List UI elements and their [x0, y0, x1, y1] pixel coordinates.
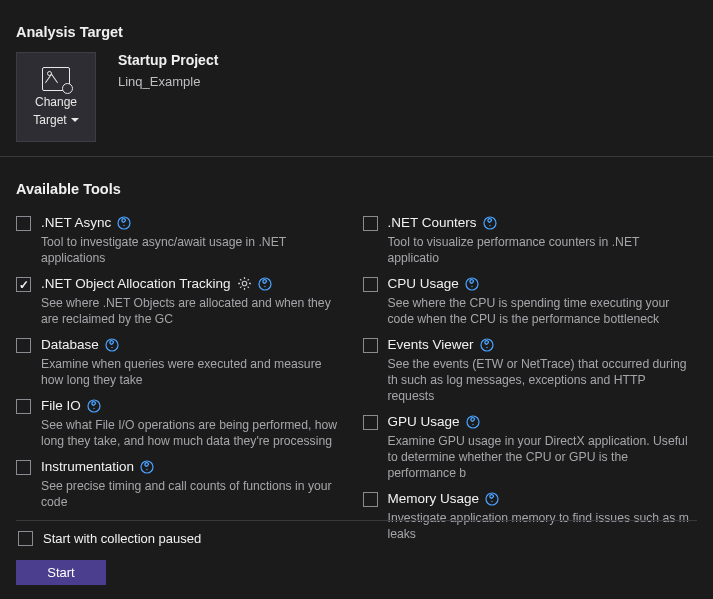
tool-checkbox-net-object-allocation-tracking[interactable] [16, 277, 31, 292]
start-paused-checkbox[interactable] [18, 531, 33, 546]
change-target-button[interactable]: Change Target [16, 52, 96, 142]
change-target-label-line1: Change [35, 95, 77, 109]
gear-icon[interactable] [237, 276, 252, 291]
tool-desc-file-io: See what File I/O operations are being p… [41, 417, 351, 449]
chevron-down-icon [71, 118, 79, 122]
tool-checkbox-memory-usage[interactable] [363, 492, 378, 507]
tool-checkbox-cpu-usage[interactable] [363, 277, 378, 292]
tool-title-events-viewer: Events Viewer [388, 337, 474, 352]
start-paused-label: Start with collection paused [43, 531, 201, 546]
info-icon[interactable] [466, 415, 480, 429]
target-project: Linq_Example [118, 74, 218, 89]
info-icon[interactable] [465, 277, 479, 291]
target-image-icon [42, 67, 70, 91]
tool-desc-net-async: Tool to investigate async/await usage in… [41, 234, 351, 266]
tool-net-async: .NET AsyncTool to investigate async/awai… [16, 209, 351, 270]
tool-title-database: Database [41, 337, 99, 352]
tool-title-net-async: .NET Async [41, 215, 111, 230]
tool-checkbox-net-counters[interactable] [363, 216, 378, 231]
tool-checkbox-net-async[interactable] [16, 216, 31, 231]
info-icon[interactable] [87, 399, 101, 413]
tool-checkbox-file-io[interactable] [16, 399, 31, 414]
info-icon[interactable] [480, 338, 494, 352]
info-icon[interactable] [140, 460, 154, 474]
tool-checkbox-database[interactable] [16, 338, 31, 353]
bottom-bar: Start with collection paused Start [0, 506, 713, 599]
tool-desc-net-counters: Tool to visualize performance counters i… [388, 234, 698, 266]
tool-title-file-io: File IO [41, 398, 81, 413]
start-button[interactable]: Start [16, 560, 106, 585]
tool-checkbox-events-viewer[interactable] [363, 338, 378, 353]
analysis-target-section: Analysis Target Change Target Startup Pr… [0, 0, 713, 142]
target-name: Startup Project [118, 52, 218, 68]
change-target-label-line2: Target [33, 113, 66, 127]
tool-title-net-object-allocation-tracking: .NET Object Allocation Tracking [41, 276, 231, 291]
tool-net-object-allocation-tracking: .NET Object Allocation TrackingSee where… [16, 270, 351, 331]
tool-title-instrumentation: Instrumentation [41, 459, 134, 474]
info-icon[interactable] [105, 338, 119, 352]
tool-checkbox-gpu-usage[interactable] [363, 415, 378, 430]
analysis-target-heading: Analysis Target [16, 24, 697, 40]
tool-database: DatabaseExamine when queries were execut… [16, 331, 351, 392]
tool-title-gpu-usage: GPU Usage [388, 414, 460, 429]
tool-events-viewer: Events ViewerSee the events (ETW or NetT… [363, 331, 698, 408]
tool-net-counters: .NET CountersTool to visualize performan… [363, 209, 698, 270]
tools-column-left: .NET AsyncTool to investigate async/awai… [16, 209, 351, 546]
tool-title-cpu-usage: CPU Usage [388, 276, 459, 291]
tool-checkbox-instrumentation[interactable] [16, 460, 31, 475]
target-info: Startup Project Linq_Example [118, 52, 218, 89]
tool-desc-cpu-usage: See where the CPU is spending time execu… [388, 295, 698, 327]
tool-title-net-counters: .NET Counters [388, 215, 477, 230]
info-icon[interactable] [117, 216, 131, 230]
tool-cpu-usage: CPU UsageSee where the CPU is spending t… [363, 270, 698, 331]
info-icon[interactable] [483, 216, 497, 230]
info-icon[interactable] [485, 492, 499, 506]
available-tools-heading: Available Tools [16, 181, 697, 197]
tool-desc-events-viewer: See the events (ETW or NetTrace) that oc… [388, 356, 698, 404]
tool-file-io: File IOSee what File I/O operations are … [16, 392, 351, 453]
tool-desc-gpu-usage: Examine GPU usage in your DirectX applic… [388, 433, 698, 481]
tools-column-right: .NET CountersTool to visualize performan… [363, 209, 698, 546]
tool-desc-net-object-allocation-tracking: See where .NET Objects are allocated and… [41, 295, 351, 327]
divider [16, 520, 697, 521]
info-icon[interactable] [258, 277, 272, 291]
tool-desc-database: Examine when queries were executed and m… [41, 356, 351, 388]
tool-title-memory-usage: Memory Usage [388, 491, 480, 506]
tool-instrumentation: InstrumentationSee precise timing and ca… [16, 453, 351, 514]
available-tools-section: Available Tools .NET AsyncTool to invest… [0, 157, 713, 546]
tool-gpu-usage: GPU UsageExamine GPU usage in your Direc… [363, 408, 698, 485]
